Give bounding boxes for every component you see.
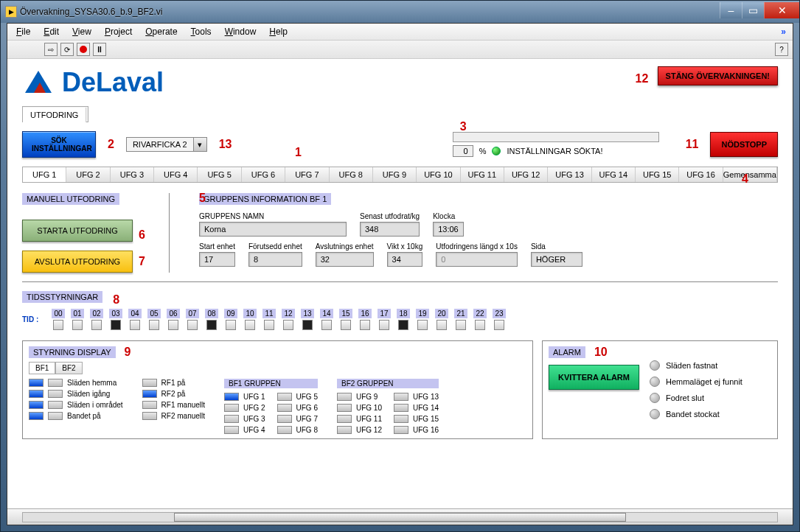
close-monitoring-button[interactable]: STÄNG ÖVERVAKNINGEN! [658,66,778,85]
annotation-6: 6 [139,228,145,242]
ufg-tab-1[interactable]: UFG 1 [23,167,66,182]
ufg-tab-2[interactable]: UFG 2 [66,167,110,182]
hour-checkbox-06[interactable] [168,320,178,330]
end-feeding-button[interactable]: AVSLUTA UTFODRING [22,251,133,273]
ufg-tab-16[interactable]: UFG 16 [679,167,723,182]
hour-checkbox-09[interactable] [226,320,236,330]
hour-checkbox-16[interactable] [360,320,370,330]
hour-checkbox-02[interactable] [91,320,102,330]
scrollbar[interactable] [22,512,778,522]
ufg-tab-10[interactable]: UFG 10 [417,167,460,182]
indicator-icon [337,404,352,412]
hour-label: 04 [128,309,142,318]
hour-checkbox-18[interactable] [398,320,408,330]
hour-checkbox-13[interactable] [302,320,313,330]
hour-checkbox-00[interactable] [53,320,63,330]
menu-project[interactable]: Project [105,27,132,37]
utfl-value: 0 [436,252,518,267]
indicator-icon [224,393,239,401]
indicator-icon [142,390,157,398]
menu-view[interactable]: View [72,27,91,37]
ufg-indicator: UFG 4 [224,426,265,434]
ufg-label: UFG 14 [413,404,439,412]
hour-checkbox-05[interactable] [149,320,159,330]
ufg-tab-8[interactable]: UFG 8 [330,167,373,182]
menu-more-icon[interactable]: » [781,27,784,37]
ufg-tab-12[interactable]: UFG 12 [504,167,548,182]
hour-label: 07 [186,309,199,318]
hour-label: 10 [243,309,257,318]
sida-label: Sida [531,242,582,251]
search-settings-button[interactable]: SÖK INSTÄLLNINGAR [22,131,96,158]
progress-bar [453,132,659,142]
hour-checkbox-22[interactable] [475,320,485,330]
start-feeding-button[interactable]: STARTA UTFODRING [22,220,133,242]
pause-icon[interactable]: II [93,43,106,56]
hour-checkbox-11[interactable] [264,320,274,330]
ufg-tab-15[interactable]: UFG 15 [636,167,679,182]
group-info-header: GRUPPENS INFORMATION BF 1 [199,193,331,205]
ufg-label: UFG 1 [243,393,265,401]
annotation-8: 8 [113,293,119,307]
ufg-indicator: UFG 1 [224,393,265,401]
ufg-tab-13[interactable]: UFG 13 [548,167,591,182]
help-icon[interactable]: ? [775,43,788,56]
hour-label: 08 [205,309,218,318]
emergency-stop-button[interactable]: NÖDSTOPP [710,132,778,157]
indicator-icon [142,412,157,420]
rivarficka-dropdown[interactable]: RIVARFICKA 2 ▾ [126,137,207,152]
hour-checkbox-04[interactable] [130,320,140,330]
ack-alarm-button[interactable]: KVITTERA ALARM [549,365,639,390]
ufg-tab-9[interactable]: UFG 9 [373,167,417,182]
annotation-7: 7 [139,255,145,268]
run-cont-icon[interactable]: ⟳ [60,43,74,56]
hour-checkbox-21[interactable] [456,320,466,330]
ufg-label: UFG 13 [413,393,439,401]
menu-operate[interactable]: Operate [145,27,177,37]
ufg-tab-7[interactable]: UFG 7 [285,167,329,182]
menu-edit[interactable]: Edit [44,27,59,37]
menu-help[interactable]: Help [269,27,288,37]
close-button[interactable]: ✕ [764,2,799,18]
indicator-icon [48,379,63,387]
hour-checkbox-10[interactable] [245,320,255,330]
toolbar: ⇨ ⟳ II ? [7,41,793,59]
ufg-tab-6[interactable]: UFG 6 [242,167,285,182]
hour-checkbox-19[interactable] [417,320,428,330]
ufg-label: UFG 2 [243,404,265,412]
ufg-label: UFG 4 [243,426,265,434]
chevron-down-icon[interactable]: ▾ [193,138,206,151]
bf1-tab[interactable]: BF1 [29,362,55,374]
menu-file[interactable]: File [16,27,30,37]
ufg-indicator: UFG 10 [337,404,382,412]
start-enhet-label: Start enhet [199,242,235,251]
ufg-tab-4[interactable]: UFG 4 [154,167,198,182]
run-icon[interactable]: ⇨ [44,43,58,56]
menu-tools[interactable]: Tools [191,27,212,37]
ufg-tab-17[interactable]: Gemensamma [723,167,777,182]
hour-label: 13 [301,309,314,318]
ufg-tab-5[interactable]: UFG 5 [198,167,241,182]
hour-checkbox-07[interactable] [187,320,198,330]
ufg-tab-3[interactable]: UFG 3 [111,167,154,182]
hour-checkbox-12[interactable] [283,320,293,330]
hour-checkbox-15[interactable] [341,320,351,330]
menubar: File Edit View Project Operate Tools Win… [7,24,793,41]
hour-checkbox-23[interactable] [494,320,504,330]
tab-utfodring[interactable]: UTFODRING [23,108,86,122]
indicator-icon [394,404,408,412]
bf2-tab[interactable]: BF2 [55,362,82,374]
hour-checkbox-01[interactable] [72,320,83,330]
minimize-button[interactable]: – [720,2,742,18]
ufg-tab-14[interactable]: UFG 14 [592,167,636,182]
hour-checkbox-14[interactable] [321,320,332,330]
alarm-led-icon [650,360,660,371]
hour-checkbox-03[interactable] [111,320,121,330]
hour-checkbox-20[interactable] [436,320,447,330]
ufg-tab-11[interactable]: UFG 11 [461,167,504,182]
hour-checkbox-08[interactable] [206,320,217,330]
maximize-button[interactable]: ▭ [742,2,764,18]
hour-checkbox-17[interactable] [379,320,389,330]
menu-window[interactable]: Window [225,27,257,37]
record-icon[interactable] [77,43,90,56]
